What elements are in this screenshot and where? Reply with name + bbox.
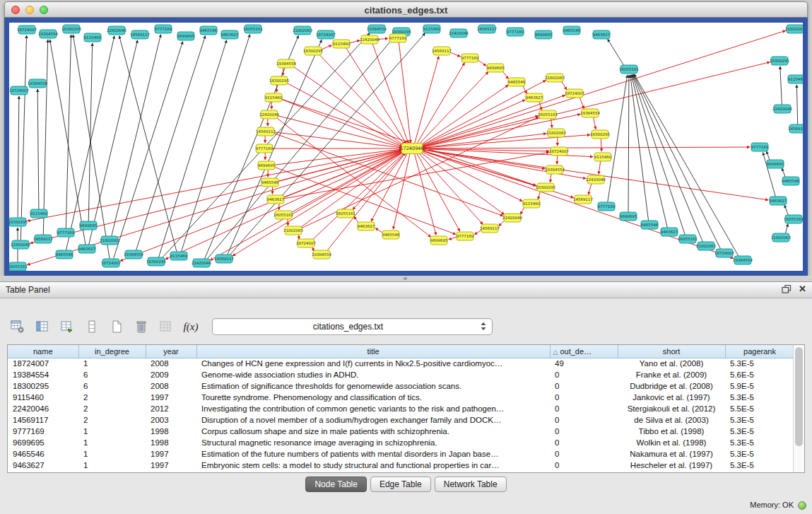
graph-node[interactable]: 19384554 [367,25,387,33]
graph-node[interactable]: 9465546 [782,177,800,185]
graph-node[interactable]: 9777169 [389,34,407,42]
graph-node[interactable]: 22420046 [772,105,792,113]
graph-node[interactable]: 21802063 [283,226,303,235]
graph-node[interactable]: 18300295 [770,57,789,65]
graph-node[interactable]: 18300295 [303,47,323,55]
graph-node[interactable]: 14569117 [788,124,803,133]
graph-node[interactable]: 18300295 [146,257,166,266]
graph-node[interactable]: 21802063 [546,129,566,137]
graph-node[interactable]: 19384554 [545,165,565,174]
graph-node[interactable]: 14569117 [256,127,276,136]
graph-node[interactable]: 9115460 [523,199,541,208]
table-row[interactable]: 969969511998Structural magnetic resonanc… [8,437,794,448]
graph-node[interactable]: 14569117 [33,235,53,243]
window-titlebar[interactable]: citations_edges.txt [4,1,808,18]
graph-node[interactable]: 9463627 [78,245,96,253]
create-column-icon[interactable] [107,317,126,336]
graph-node[interactable]: 9465546 [563,26,581,35]
graph-node[interactable]: 19384554 [38,30,58,38]
graph-node[interactable]: 21802063 [696,242,716,250]
graph-node[interactable]: 9465546 [382,230,400,239]
graph-node[interactable]: 9699695 [80,221,98,230]
graph-node[interactable]: 9699695 [177,32,195,40]
table-row[interactable]: 1938455462009Genome-wide association stu… [8,369,794,380]
graph-node[interactable]: 14569117 [573,195,593,204]
table-row[interactable]: 946362711997Embryonic stem cells: a mode… [8,460,794,471]
graph-node[interactable]: 14569117 [477,25,497,33]
graph-node[interactable]: 9115460 [30,209,48,218]
tab-node-table[interactable]: Node Table [305,477,367,492]
graph-node[interactable]: 9699695 [487,64,505,72]
graph-node[interactable]: 21802063 [545,74,565,82]
graph-node[interactable]: 9777169 [155,25,172,33]
graph-node[interactable]: 18724007 [714,249,734,257]
column-header-in_degree[interactable]: in_degree [78,345,146,358]
table-row[interactable]: 1872400712008Changes of HCN gene express… [8,358,794,369]
graph-node[interactable]: 9777169 [507,28,524,36]
graph-node[interactable]: 22420046 [11,240,30,249]
column-header-pagerank[interactable]: pagerank [725,345,794,358]
graph-node[interactable]: 18724007 [101,259,121,267]
table-row[interactable]: 1456911722003Disruption of a novel membe… [8,414,794,426]
graph-node[interactable]: 18724007 [296,239,316,247]
close-panel-icon[interactable]: ✕ [799,284,806,294]
graph-node[interactable]: 9777169 [751,143,769,151]
graph-node[interactable]: 22420046 [259,110,279,119]
column-selector-icon[interactable] [33,317,52,336]
graph-node[interactable]: 19384554 [28,79,47,88]
graph-node[interactable]: 22420046 [360,35,379,44]
import-table-icon[interactable] [157,317,175,336]
table-row[interactable]: 977716911998Corpus callosum shape and si… [8,426,794,437]
graph-node[interactable]: 9465546 [261,178,279,187]
column-header-year[interactable]: year [146,345,196,358]
graph-node[interactable]: 9465546 [56,250,73,259]
graph-node[interactable]: 9699695 [535,30,553,39]
graph-node[interactable]: 21802063 [771,233,791,242]
graph-node[interactable]: 22420046 [192,259,211,267]
graph-node[interactable]: 14569117 [480,224,500,233]
graph-node[interactable]: 18724007 [316,30,336,39]
row-height-icon[interactable] [83,317,101,336]
graph-node[interactable]: 21802063 [293,26,312,35]
graph-node[interactable]: 22420046 [502,214,522,222]
graph-node[interactable]: 9699695 [430,236,448,245]
export-table-icon[interactable] [58,317,76,336]
graph-node[interactable]: 9463627 [770,197,787,205]
split-pane-divider[interactable] [0,276,812,281]
column-header-name[interactable]: name [8,345,78,358]
float-panel-icon[interactable] [782,284,792,294]
graph-node[interactable]: 9463627 [661,228,678,236]
graph-node[interactable]: 18724007 [9,86,29,95]
tab-edge-table[interactable]: Edge Table [370,477,431,492]
graph-node[interactable]: 18300295 [536,183,555,192]
graph-node[interactable]: 21802063 [100,236,119,245]
graph-node[interactable]: 16055161 [784,215,803,223]
graph-node[interactable]: 16055161 [9,262,28,271]
network-table-selector[interactable]: citations_edges.txt [212,318,493,335]
graph-node[interactable]: 9115460 [333,40,351,48]
graph-node[interactable]: 18300295 [590,130,610,139]
graph-node[interactable]: 9699695 [620,212,637,221]
graph-node[interactable]: 19384554 [580,109,600,117]
graph-node[interactable]: 16055161 [273,211,293,219]
graph-node[interactable]: 16055161 [243,25,263,33]
graph-node[interactable]: 18300295 [61,25,81,33]
network-canvas[interactable]: 1872400719384554183002959115460224200461… [9,23,803,271]
graph-node[interactable]: 9777169 [461,54,479,62]
graph-node[interactable]: 22420046 [107,26,126,35]
graph-node[interactable]: 14569117 [214,255,234,263]
delete-column-icon[interactable] [132,317,151,336]
graph-node[interactable]: 9699695 [767,160,784,168]
graph-node[interactable]: 18724007 [565,89,584,98]
graph-node[interactable]: 9777169 [457,232,474,240]
graph-node[interactable]: 22420046 [449,29,469,37]
graph-node[interactable]: 9115460 [594,153,612,161]
graph-node[interactable]: 9465546 [508,78,526,86]
column-header-short[interactable]: short [618,345,725,358]
graph-node[interactable]: 9465546 [200,26,218,35]
table-row[interactable]: 1830029562008Estimation of significance … [8,380,794,392]
table-row[interactable]: 2242004622012Investigating the contribut… [8,403,794,414]
graph-node[interactable]: 19384554 [124,250,143,259]
graph-node[interactable]: 9463627 [358,222,375,230]
graph-node[interactable]: 9463627 [221,30,239,39]
